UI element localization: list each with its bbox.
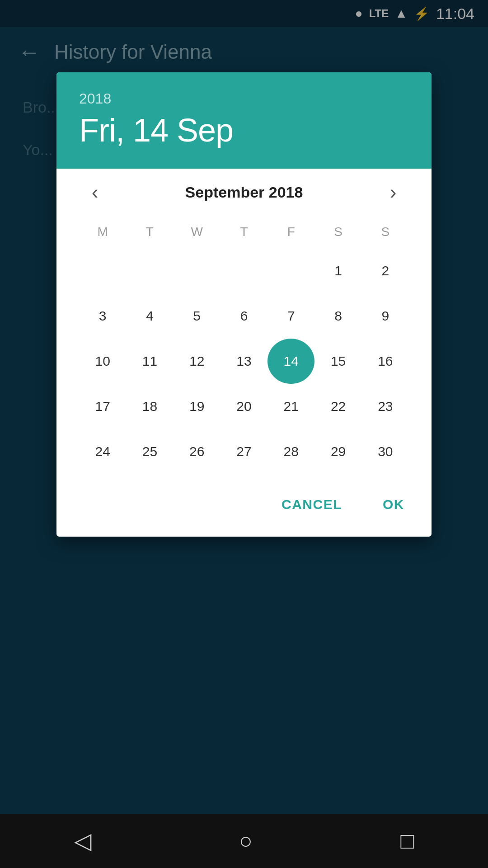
day-cell-11[interactable]: 11 <box>126 339 173 384</box>
day-header-sun: S <box>362 220 409 248</box>
day-cell-empty <box>174 248 221 293</box>
back-nav-button[interactable]: ◁ <box>74 828 91 854</box>
day-cell-empty <box>79 248 126 293</box>
day-cell-1[interactable]: 1 <box>314 248 361 293</box>
day-cell-27[interactable]: 27 <box>221 429 267 474</box>
ok-button[interactable]: OK <box>374 492 413 517</box>
day-cell-22[interactable]: 22 <box>314 384 361 429</box>
day-header-fri: F <box>267 220 314 248</box>
day-cell-4[interactable]: 4 <box>126 293 173 339</box>
calendar-body: ‹ September 2018 › M T W T F S S 1234567… <box>56 169 432 474</box>
day-header-sat: S <box>314 220 361 248</box>
day-cell-12[interactable]: 12 <box>174 339 221 384</box>
dialog-overlay: 2018 Fri, 14 Sep ‹ September 2018 › M T … <box>0 0 488 868</box>
day-cell-5[interactable]: 5 <box>174 293 221 339</box>
cancel-button[interactable]: CANCEL <box>272 492 351 517</box>
day-cell-23[interactable]: 23 <box>362 384 409 429</box>
dialog-actions: CANCEL OK <box>56 474 432 537</box>
date-picker-dialog: 2018 Fri, 14 Sep ‹ September 2018 › M T … <box>56 72 432 537</box>
day-cell-17[interactable]: 17 <box>79 384 126 429</box>
day-cell-6[interactable]: 6 <box>221 293 267 339</box>
days-grid: 1234567891011121314151617181920212223242… <box>79 248 409 474</box>
month-navigation: ‹ September 2018 › <box>79 182 409 202</box>
day-cell-empty <box>126 248 173 293</box>
day-cell-24[interactable]: 24 <box>79 429 126 474</box>
day-header-mon: M <box>79 220 126 248</box>
next-month-button[interactable]: › <box>377 182 409 202</box>
recents-nav-button[interactable]: □ <box>400 828 414 854</box>
day-cell-2[interactable]: 2 <box>362 248 409 293</box>
day-cell-29[interactable]: 29 <box>314 429 361 474</box>
bottom-navigation: ◁ ○ □ <box>0 814 488 868</box>
day-cell-8[interactable]: 8 <box>314 293 361 339</box>
day-cell-10[interactable]: 10 <box>79 339 126 384</box>
day-cell-15[interactable]: 15 <box>314 339 361 384</box>
day-cell-20[interactable]: 20 <box>221 384 267 429</box>
day-cell-18[interactable]: 18 <box>126 384 173 429</box>
dialog-header: 2018 Fri, 14 Sep <box>56 72 432 169</box>
dialog-year: 2018 <box>79 90 409 107</box>
day-cell-25[interactable]: 25 <box>126 429 173 474</box>
day-cell-21[interactable]: 21 <box>267 384 314 429</box>
day-cell-13[interactable]: 13 <box>221 339 267 384</box>
day-header-tue: T <box>126 220 173 248</box>
day-cell-19[interactable]: 19 <box>174 384 221 429</box>
day-cell-28[interactable]: 28 <box>267 429 314 474</box>
day-cell-empty <box>267 248 314 293</box>
day-cell-14[interactable]: 14 <box>267 339 314 384</box>
day-cell-3[interactable]: 3 <box>79 293 126 339</box>
day-cell-empty <box>221 248 267 293</box>
day-cell-16[interactable]: 16 <box>362 339 409 384</box>
day-headers-row: M T W T F S S <box>79 220 409 248</box>
dialog-selected-date: Fri, 14 Sep <box>79 112 409 149</box>
day-header-thu: T <box>221 220 267 248</box>
day-cell-26[interactable]: 26 <box>174 429 221 474</box>
prev-month-button[interactable]: ‹ <box>79 182 111 202</box>
day-cell-30[interactable]: 30 <box>362 429 409 474</box>
month-title: September 2018 <box>185 184 303 201</box>
day-cell-9[interactable]: 9 <box>362 293 409 339</box>
day-cell-7[interactable]: 7 <box>267 293 314 339</box>
day-header-wed: W <box>174 220 221 248</box>
home-nav-button[interactable]: ○ <box>239 828 253 854</box>
